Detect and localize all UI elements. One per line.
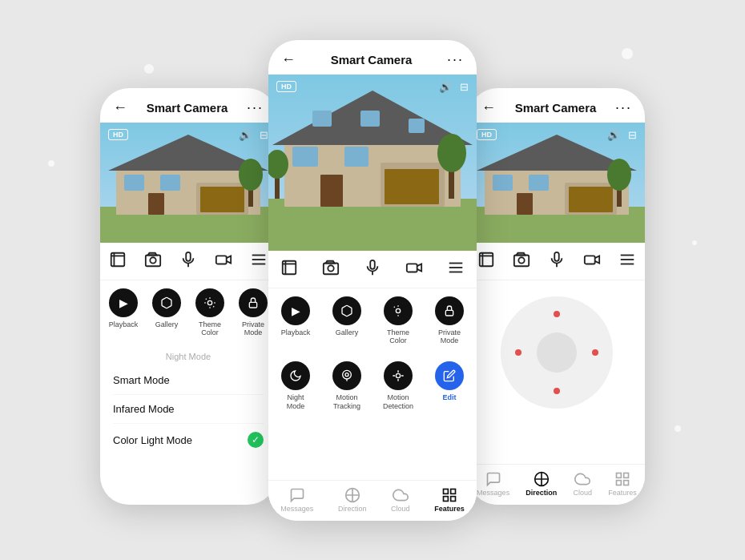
center-feature-theme[interactable]: ThemeColor [374, 296, 422, 346]
svg-rect-31 [344, 147, 368, 167]
svg-rect-30 [292, 147, 318, 167]
svg-point-73 [607, 159, 631, 191]
svg-point-43 [328, 265, 333, 271]
left-feature-private[interactable]: PrivateMode [233, 288, 273, 338]
left-more-button[interactable]: ··· [247, 99, 264, 116]
center-menu-icon[interactable] [447, 259, 465, 280]
right-nav-direction-label: Direction [526, 489, 557, 497]
direction-pad-area [469, 280, 645, 457]
left-camera-feed: HD 🔊 ⊟ [100, 123, 276, 243]
center-hd-badge: HD [276, 81, 296, 92]
right-screen-icon[interactable]: ⊟ [628, 129, 637, 141]
center-house-svg [268, 75, 477, 251]
svg-point-22 [207, 300, 211, 304]
svg-point-53 [345, 373, 348, 377]
phones-container: ← Smart Camera ··· [100, 40, 645, 521]
right-header: ← Smart Camera ··· [469, 88, 645, 123]
direction-dot-left [515, 349, 522, 356]
center-feature-grid-2: NightMode MotionTracking MotionDetection [268, 353, 477, 419]
left-feature-gallery[interactable]: Gallery [147, 288, 187, 338]
center-video-icon[interactable] [405, 259, 423, 280]
center-nav-features-label: Features [434, 505, 465, 513]
center-feature-tracking[interactable]: MotionTracking [323, 361, 371, 411]
left-mic-icon[interactable] [179, 251, 197, 272]
right-nav-messages-label: Messages [477, 489, 509, 497]
left-screen-icon[interactable]: ⊟ [260, 129, 268, 141]
left-action-bar [100, 243, 276, 280]
left-camera-snap-icon[interactable] [144, 251, 162, 272]
right-video-icon[interactable] [583, 251, 601, 272]
left-volume-icon[interactable]: 🔊 [239, 129, 252, 141]
svg-rect-8 [148, 193, 164, 215]
right-crop-icon[interactable] [477, 251, 495, 272]
svg-point-51 [396, 308, 400, 312]
center-mic-icon[interactable] [364, 259, 381, 280]
center-screen-icon[interactable]: ⊟ [460, 81, 469, 93]
right-title: Smart Camera [515, 101, 597, 115]
svg-rect-34 [409, 119, 425, 133]
right-more-button[interactable]: ··· [615, 99, 632, 116]
center-camera-feed: HD 🔊 ⊟ [268, 75, 477, 251]
direction-pad-center[interactable] [537, 332, 577, 373]
center-nav-direction[interactable]: Direction [338, 487, 367, 513]
svg-rect-69 [493, 175, 513, 191]
svg-rect-16 [186, 252, 191, 260]
left-feature-theme[interactable]: ThemeColor [190, 288, 230, 338]
right-nav-cloud[interactable]: Cloud [574, 471, 593, 497]
right-volume-icon[interactable]: 🔊 [607, 129, 620, 141]
center-more-button[interactable]: ··· [447, 51, 464, 68]
center-feature-detection[interactable]: MotionDetection [374, 361, 422, 411]
center-nav-messages-label: Messages [280, 505, 313, 513]
left-mode-color[interactable]: Color Light Mode ✓ [113, 424, 264, 456]
right-nav-direction[interactable]: Direction [526, 471, 557, 497]
center-nav-messages[interactable]: Messages [280, 487, 313, 513]
left-hd-badge: HD [108, 129, 128, 140]
center-feature-gallery[interactable]: Gallery [323, 296, 371, 346]
phone-left: ← Smart Camera ··· [100, 88, 276, 505]
right-back-button[interactable]: ← [481, 99, 496, 116]
left-menu-icon[interactable] [250, 251, 268, 272]
center-volume-icon[interactable]: 🔊 [439, 81, 452, 93]
right-camera-feed: HD 🔊 ⊟ [469, 123, 645, 243]
svg-rect-33 [360, 111, 380, 127]
svg-rect-5 [200, 187, 244, 212]
right-menu-icon[interactable] [618, 251, 636, 272]
left-crop-icon[interactable] [109, 251, 127, 272]
svg-rect-18 [216, 256, 227, 264]
right-bottom-nav: Messages Direction Cloud Features [469, 464, 645, 505]
right-nav-messages[interactable]: Messages [477, 471, 509, 497]
svg-rect-7 [160, 175, 180, 191]
center-feature-edit[interactable]: Edit [425, 361, 473, 411]
svg-rect-11 [111, 252, 125, 266]
center-crop-icon[interactable] [280, 259, 298, 280]
center-feature-private[interactable]: PrivateMode [425, 296, 473, 346]
right-mic-icon[interactable] [548, 251, 566, 272]
center-feature-night[interactable]: NightMode [272, 361, 320, 411]
left-night-header: Night Mode [113, 352, 264, 361]
right-camera-snap-icon[interactable] [513, 251, 530, 272]
left-mode-infared[interactable]: Infared Mode [113, 395, 264, 424]
svg-rect-70 [529, 175, 549, 191]
center-camera-snap-icon[interactable] [322, 259, 340, 280]
svg-point-37 [437, 134, 466, 172]
center-feature-playback[interactable]: ▶ Playback [272, 296, 320, 346]
direction-pad[interactable] [501, 296, 613, 409]
center-header: ← Smart Camera ··· [268, 40, 477, 75]
svg-point-77 [518, 257, 524, 263]
right-nav-features[interactable]: Features [608, 471, 637, 497]
left-feature-playback[interactable]: ▶ Playback [103, 288, 143, 338]
left-title: Smart Camera [147, 101, 228, 115]
center-feature-grid-1: ▶ Playback Gallery ThemeColor [268, 288, 477, 354]
center-bottom-nav: Messages Direction Cloud Features [268, 480, 477, 521]
left-night-section: Night Mode Smart Mode Infared Mode Color… [100, 345, 276, 462]
left-back-button[interactable]: ← [113, 99, 127, 116]
left-header: ← Smart Camera ··· [100, 88, 276, 123]
center-nav-cloud[interactable]: Cloud [391, 487, 410, 513]
left-mode-smart[interactable]: Smart Mode [113, 366, 264, 395]
center-back-button[interactable]: ← [281, 51, 296, 68]
svg-rect-32 [312, 111, 332, 127]
center-title: Smart Camera [331, 53, 413, 66]
left-video-icon[interactable] [215, 251, 232, 272]
center-nav-features[interactable]: Features [434, 487, 465, 513]
center-nav-cloud-label: Cloud [391, 505, 410, 513]
